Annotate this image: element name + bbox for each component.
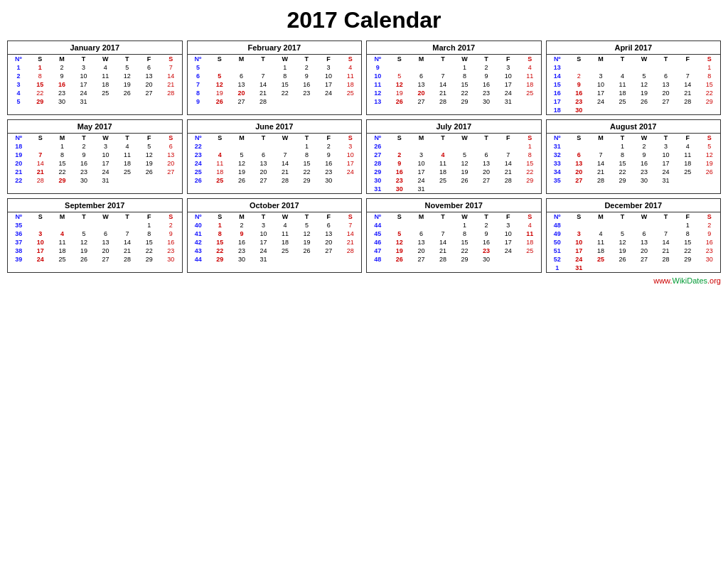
month-august: August 2017 NºSMTWTFS 3112345 3267891011…	[546, 119, 722, 194]
month-title-november: November 2017	[367, 199, 541, 212]
month-march: March 2017 NºSMTWTFS 91234 10567891011 1…	[366, 40, 542, 115]
footer: www.WikiDates.org	[7, 276, 721, 285]
month-title-december: December 2017	[547, 199, 721, 212]
month-january: January 2017 NºSMTWTFS 11234567 28910111…	[7, 40, 183, 115]
page-title: 2017 Calendar	[7, 7, 721, 33]
month-june: June 2017 NºSMTWTFS 22123 2345678910 241…	[187, 119, 363, 194]
month-title-august: August 2017	[547, 120, 721, 133]
month-title-january: January 2017	[8, 41, 182, 54]
month-september: September 2017 NºSMTWTFS 3512 363456789 …	[7, 198, 183, 273]
month-december: December 2017 NºSMTWTFS 4812 493456789 5…	[546, 198, 722, 273]
month-february: February 2017 NºSMTWTFS 51234 6567891011…	[187, 40, 363, 115]
month-title-june: June 2017	[188, 120, 362, 133]
month-title-february: February 2017	[188, 41, 362, 54]
month-november: November 2017 NºSMTWTFS 441234 455678910…	[366, 198, 542, 273]
month-october: October 2017 NºSMTWTFS 401234567 4189101…	[187, 198, 363, 273]
month-title-april: April 2017	[547, 41, 721, 54]
month-april: April 2017 NºSMTWTFS 131 142345678 15910…	[546, 40, 722, 115]
month-title-july: July 2017	[367, 120, 541, 133]
month-may: May 2017 NºSMTWTFS 18123456 197891011121…	[7, 119, 183, 194]
calendar-grid: January 2017 NºSMTWTFS 11234567 28910111…	[7, 40, 721, 273]
month-title-september: September 2017	[8, 199, 182, 212]
month-title-october: October 2017	[188, 199, 362, 212]
month-july: July 2017 NºSMTWTFS 261 272345678 289101…	[366, 119, 542, 194]
month-title-may: May 2017	[8, 120, 182, 133]
month-title-march: March 2017	[367, 41, 541, 54]
